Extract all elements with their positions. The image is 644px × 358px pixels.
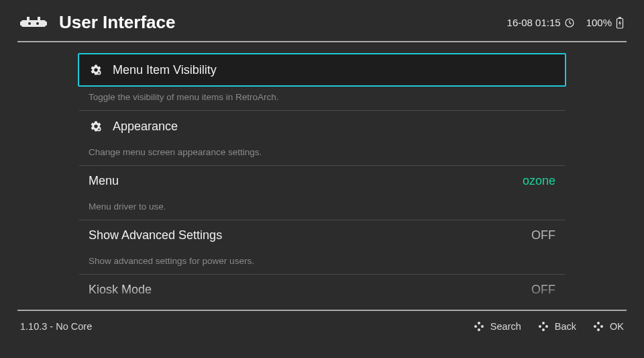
svg-point-24 xyxy=(600,325,603,328)
settings-row-label: Kiosk Mode xyxy=(89,283,531,297)
svg-point-20 xyxy=(545,325,548,328)
svg-point-15 xyxy=(474,325,477,328)
svg-point-6 xyxy=(36,22,39,25)
ok-label: OK xyxy=(610,321,624,332)
clock-icon xyxy=(565,18,574,28)
svg-point-5 xyxy=(28,22,31,25)
svg-point-16 xyxy=(481,325,484,328)
datetime-text: 16-08 01:15 xyxy=(507,17,561,28)
settings-row-description: Toggle the visibility of menu items in R… xyxy=(79,87,565,110)
settings-list-viewport: Menu Item VisibilityToggle the visibilit… xyxy=(0,42,644,310)
version-text: 1.10.3 - No Core xyxy=(20,321,473,332)
settings-row-value: OFF xyxy=(531,283,555,297)
retroarch-logo-icon xyxy=(20,15,47,31)
settings-row[interactable]: AppearanceChange menu screen appearance … xyxy=(79,111,565,166)
settings-row[interactable]: Kiosk ModeOFFProtects the setup by hidin… xyxy=(79,275,565,310)
gear-icon xyxy=(89,62,103,77)
settings-row-value: ozone xyxy=(523,174,555,188)
page-title: User Interface xyxy=(59,12,507,33)
search-button[interactable]: Search xyxy=(473,320,521,332)
footer-actions: Search Back OK xyxy=(473,320,624,332)
svg-point-22 xyxy=(597,322,600,324)
settings-row[interactable]: Menu Item VisibilityToggle the visibilit… xyxy=(79,53,565,111)
status-area: 16-08 01:15 100% xyxy=(507,17,624,29)
gear-icon xyxy=(89,119,103,134)
gamepad-icon xyxy=(537,320,549,332)
back-button[interactable]: Back xyxy=(537,320,576,332)
gamepad-icon xyxy=(473,320,485,332)
svg-point-21 xyxy=(542,328,545,331)
footer-bar: 1.10.3 - No Core Search Back OK xyxy=(0,311,644,332)
svg-point-25 xyxy=(597,328,600,331)
svg-point-19 xyxy=(539,325,541,328)
settings-row-value: OFF xyxy=(531,228,555,242)
battery-pct-text: 100% xyxy=(586,17,612,28)
gamepad-icon xyxy=(592,320,604,332)
header-bar: User Interface 16-08 01:15 100% xyxy=(0,0,644,41)
settings-row-label: Menu Item Visibility xyxy=(113,63,555,77)
settings-row-main: Menu Item Visibility xyxy=(78,53,566,87)
settings-row-description: Change menu screen appearance settings. xyxy=(79,142,565,165)
settings-list: Menu Item VisibilityToggle the visibilit… xyxy=(79,53,565,310)
svg-point-17 xyxy=(478,328,480,331)
settings-row-main: Appearance xyxy=(79,111,565,142)
svg-rect-3 xyxy=(27,17,30,21)
settings-row[interactable]: MenuozoneMenu driver to use. xyxy=(79,166,565,220)
settings-row-label: Show Advanced Settings xyxy=(89,228,531,242)
settings-row-main: Kiosk ModeOFF xyxy=(79,275,565,305)
settings-row-main: Show Advanced SettingsOFF xyxy=(79,220,565,251)
settings-row[interactable]: Show Advanced SettingsOFFShow advanced s… xyxy=(79,220,565,275)
settings-row-description: Menu driver to use. xyxy=(79,196,565,220)
svg-point-18 xyxy=(542,322,545,324)
settings-row-description: Protects the setup by hiding all configu… xyxy=(79,305,565,310)
settings-row-main: Menuozone xyxy=(79,166,565,196)
svg-point-23 xyxy=(594,325,596,328)
settings-row-label: Appearance xyxy=(113,120,555,134)
battery-icon xyxy=(616,17,624,29)
settings-row-label: Menu xyxy=(89,174,523,188)
svg-point-14 xyxy=(478,322,480,324)
svg-rect-1 xyxy=(20,21,25,26)
back-label: Back xyxy=(555,321,576,332)
settings-row-description: Show advanced settings for power users. xyxy=(79,251,565,274)
svg-rect-4 xyxy=(38,17,40,21)
svg-point-11 xyxy=(98,72,99,73)
svg-point-13 xyxy=(98,128,99,130)
svg-rect-2 xyxy=(42,21,47,26)
ok-button[interactable]: OK xyxy=(592,320,624,332)
search-label: Search xyxy=(490,321,521,332)
